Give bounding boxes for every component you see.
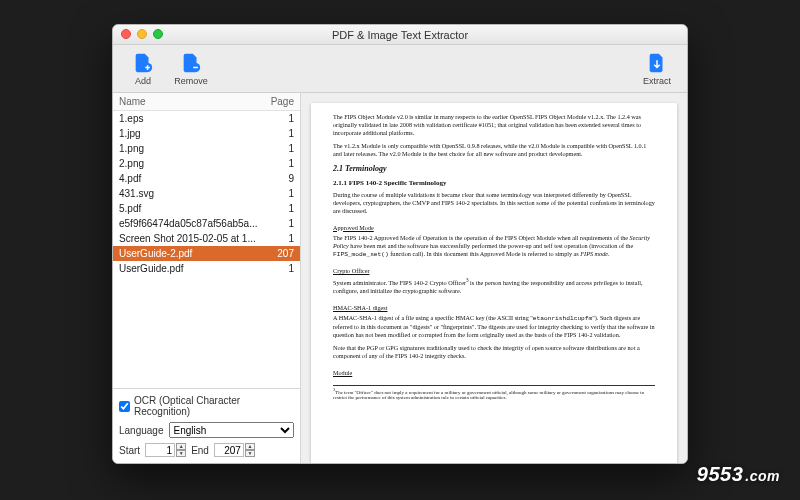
watermark-suffix: .com [745, 468, 780, 484]
app-window: PDF & Image Text Extractor Add Remove [112, 24, 688, 464]
col-page[interactable]: Page [260, 96, 294, 107]
document-plus-icon [131, 51, 155, 75]
watermark: 9553.com [697, 463, 780, 486]
document-minus-icon [179, 51, 203, 75]
window-controls [121, 29, 163, 39]
extract-label: Extract [643, 76, 671, 86]
file-pages: 1 [260, 218, 294, 229]
language-select[interactable]: English [169, 422, 295, 438]
file-pages: 1 [260, 263, 294, 274]
ocr-label: OCR (Optical Character Recognition) [134, 395, 294, 417]
ocr-checkbox[interactable] [119, 401, 130, 412]
file-name: 1.eps [119, 113, 260, 124]
doc-paragraph: System administrator. The FIPS 140-2 Cry… [333, 277, 655, 295]
start-label: Start [119, 445, 140, 456]
list-item[interactable]: UserGuide.pdf1 [113, 261, 300, 276]
file-name: UserGuide.pdf [119, 263, 260, 274]
end-stepper[interactable]: ▲▼ [245, 443, 255, 457]
file-name: UserGuide-2.pdf [119, 248, 260, 259]
titlebar: PDF & Image Text Extractor [113, 25, 687, 45]
doc-heading: 2.1 Terminology [333, 164, 655, 174]
end-label: End [191, 445, 209, 456]
doc-paragraph: The v1.2.x Module is only compatible wit… [333, 142, 655, 158]
add-button[interactable]: Add [123, 51, 163, 86]
file-pages: 207 [260, 248, 294, 259]
list-item[interactable]: Screen Shot 2015-02-05 at 1...1 [113, 231, 300, 246]
file-pages: 1 [260, 143, 294, 154]
watermark-brand: 9553 [697, 463, 744, 486]
file-name: 431.svg [119, 188, 260, 199]
doc-subheading: 2.1.1 FIPS 140-2 Specific Terminology [333, 179, 655, 188]
file-name: 4.pdf [119, 173, 260, 184]
list-item[interactable]: e5f9f66474da05c87af56ab5a...1 [113, 216, 300, 231]
language-label: Language [119, 425, 164, 436]
zoom-icon[interactable] [153, 29, 163, 39]
file-name: 1.png [119, 143, 260, 154]
sidebar: Name Page 1.eps11.jpg11.png12.png14.pdf9… [113, 93, 301, 463]
file-name: e5f9f66474da05c87af56ab5a... [119, 218, 260, 229]
list-item[interactable]: 2.png1 [113, 156, 300, 171]
doc-term: HMAC-SHA-1 digest [333, 304, 388, 312]
preview-pane: The FIPS Object Module v2.0 is similar i… [301, 93, 687, 463]
list-item[interactable]: 1.eps1 [113, 111, 300, 126]
file-pages: 1 [260, 203, 294, 214]
file-pages: 9 [260, 173, 294, 184]
doc-paragraph: During the course of multiple validation… [333, 191, 655, 215]
document-page: The FIPS Object Module v2.0 is similar i… [311, 103, 677, 463]
file-name: 2.png [119, 158, 260, 169]
close-icon[interactable] [121, 29, 131, 39]
minimize-icon[interactable] [137, 29, 147, 39]
remove-button[interactable]: Remove [171, 51, 211, 86]
doc-term: Crypto Officer [333, 267, 369, 275]
file-pages: 1 [260, 188, 294, 199]
list-header: Name Page [113, 93, 300, 111]
start-stepper[interactable]: ▲▼ [176, 443, 186, 457]
file-pages: 1 [260, 233, 294, 244]
list-item[interactable]: UserGuide-2.pdf207 [113, 246, 300, 261]
doc-paragraph: Note that the PGP or GPG signatures trad… [333, 344, 655, 360]
doc-term: Approved Mode [333, 224, 374, 232]
doc-footnote: 3The term "Officer" does not imply a req… [333, 388, 655, 401]
file-pages: 1 [260, 113, 294, 124]
file-name: Screen Shot 2015-02-05 at 1... [119, 233, 260, 244]
col-name[interactable]: Name [119, 96, 260, 107]
extract-button[interactable]: Extract [637, 51, 677, 86]
doc-paragraph: The FIPS Object Module v2.0 is similar i… [333, 113, 655, 137]
list-item[interactable]: 4.pdf9 [113, 171, 300, 186]
file-pages: 1 [260, 158, 294, 169]
doc-term: Module [333, 369, 352, 377]
doc-paragraph: A HMAC-SHA-1 digest of a file using a sp… [333, 314, 655, 339]
list-item[interactable]: 431.svg1 [113, 186, 300, 201]
file-name: 1.jpg [119, 128, 260, 139]
end-input[interactable] [214, 443, 244, 457]
toolbar: Add Remove Extract [113, 45, 687, 93]
window-title: PDF & Image Text Extractor [332, 29, 468, 41]
document-arrow-icon [645, 51, 669, 75]
remove-label: Remove [174, 76, 208, 86]
start-input[interactable] [145, 443, 175, 457]
controls-panel: OCR (Optical Character Recognition) Lang… [113, 388, 300, 463]
add-label: Add [135, 76, 151, 86]
file-list[interactable]: 1.eps11.jpg11.png12.png14.pdf9431.svg15.… [113, 111, 300, 388]
ocr-checkbox-row[interactable]: OCR (Optical Character Recognition) [119, 395, 294, 417]
doc-divider [333, 385, 655, 386]
list-item[interactable]: 1.png1 [113, 141, 300, 156]
list-item[interactable]: 5.pdf1 [113, 201, 300, 216]
list-item[interactable]: 1.jpg1 [113, 126, 300, 141]
doc-paragraph: The FIPS 140-2 Approved Mode of Operatio… [333, 234, 655, 259]
file-name: 5.pdf [119, 203, 260, 214]
file-pages: 1 [260, 128, 294, 139]
